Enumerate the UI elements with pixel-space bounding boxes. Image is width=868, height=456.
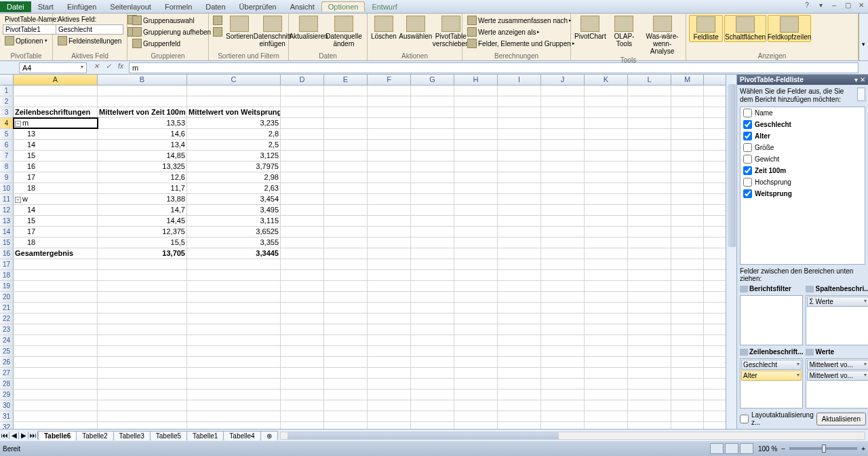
cell[interactable] — [628, 162, 671, 172]
cell[interactable] — [498, 259, 541, 269]
column-header-H[interactable]: H — [454, 75, 498, 85]
cell[interactable] — [281, 151, 324, 161]
cell[interactable] — [14, 357, 98, 367]
cell[interactable] — [368, 324, 411, 335]
cell[interactable] — [498, 118, 541, 128]
page-break-view-button[interactable] — [740, 443, 753, 454]
cell[interactable] — [541, 259, 585, 269]
cell[interactable] — [585, 411, 628, 421]
cell[interactable] — [628, 248, 671, 259]
cell[interactable] — [671, 216, 704, 226]
cell[interactable] — [454, 129, 498, 139]
cell[interactable] — [628, 205, 671, 215]
column-header-F[interactable]: F — [368, 75, 411, 85]
cell[interactable] — [671, 107, 704, 117]
select-all-corner[interactable] — [0, 75, 14, 85]
cell[interactable] — [541, 335, 585, 345]
cell[interactable] — [585, 335, 628, 345]
cell[interactable] — [498, 96, 541, 107]
cell[interactable] — [187, 400, 281, 411]
cell[interactable] — [628, 86, 671, 96]
cell[interactable] — [411, 400, 454, 411]
column-header-D[interactable]: D — [281, 75, 324, 85]
cell[interactable]: 15 — [14, 216, 98, 226]
cell[interactable] — [98, 390, 187, 400]
cell[interactable] — [14, 303, 98, 313]
refresh-button[interactable]: Aktualisieren — [292, 15, 326, 41]
cell[interactable] — [281, 411, 324, 421]
field-größe[interactable]: Größe — [741, 142, 865, 153]
cell[interactable] — [628, 368, 671, 378]
cell[interactable] — [98, 86, 187, 96]
cell[interactable] — [324, 292, 368, 302]
row-pill-alter[interactable]: Alter▾ — [741, 370, 802, 381]
cell[interactable]: 2,5 — [187, 140, 281, 150]
cell[interactable] — [281, 292, 324, 302]
cell[interactable] — [628, 357, 671, 367]
cell[interactable] — [324, 248, 368, 259]
cell[interactable] — [411, 357, 454, 367]
cell[interactable] — [454, 259, 498, 269]
cell[interactable] — [324, 194, 368, 204]
name-box[interactable]: A4▾ — [19, 62, 87, 73]
cell[interactable] — [281, 194, 324, 204]
cell[interactable] — [585, 172, 628, 183]
cell[interactable] — [187, 96, 281, 107]
ungroup-button[interactable]: Gruppierung aufheben — [130, 26, 213, 37]
cell[interactable] — [281, 118, 324, 128]
cell[interactable] — [498, 292, 541, 302]
summarize-button[interactable]: Werte zusammenfassen nach▸ — [465, 15, 577, 26]
cell[interactable] — [671, 129, 704, 139]
worksheet-grid[interactable]: ABCDEFGHIJKLM 123Zeilenbeschriftungen▾Mi… — [0, 75, 726, 429]
cell[interactable] — [411, 205, 454, 215]
cell[interactable]: Mittelwert von Weitsprung — [187, 107, 281, 117]
cell[interactable] — [454, 357, 498, 367]
row-header[interactable]: 29 — [0, 390, 14, 400]
cell[interactable] — [368, 368, 411, 378]
cell[interactable]: 3,3445 — [187, 248, 281, 259]
pfl-field-list[interactable]: NameGeschlechtAlterGrößeGewichtZeit 100m… — [740, 107, 865, 265]
cell[interactable] — [541, 281, 585, 291]
cell[interactable] — [368, 379, 411, 389]
cell[interactable] — [541, 227, 585, 237]
cell[interactable] — [498, 270, 541, 280]
cell[interactable] — [585, 400, 628, 411]
cell[interactable] — [368, 270, 411, 280]
headers-toggle[interactable]: Feldkopfzeilen — [768, 15, 811, 42]
cell[interactable] — [541, 194, 585, 204]
tab-nav-prev[interactable]: ◀ — [9, 432, 19, 439]
row-header[interactable]: 26 — [0, 357, 14, 367]
cell[interactable] — [14, 270, 98, 280]
cell[interactable] — [628, 324, 671, 335]
cell[interactable] — [411, 281, 454, 291]
cell[interactable] — [324, 205, 368, 215]
help-icon[interactable]: ? — [802, 1, 812, 12]
cell[interactable] — [281, 96, 324, 107]
cell[interactable] — [324, 183, 368, 193]
cell[interactable] — [628, 314, 671, 324]
cell[interactable] — [585, 107, 628, 117]
tab-ansicht[interactable]: Ansicht — [283, 1, 321, 12]
cell[interactable] — [671, 259, 704, 269]
cell[interactable] — [411, 324, 454, 335]
enter-icon[interactable]: ✓ — [103, 62, 114, 73]
cell[interactable] — [628, 151, 671, 161]
fx-icon[interactable]: fx — [115, 62, 126, 73]
cell[interactable] — [541, 162, 585, 172]
cell[interactable] — [628, 411, 671, 421]
cell[interactable] — [454, 86, 498, 96]
cell[interactable] — [628, 270, 671, 280]
cell[interactable] — [498, 129, 541, 139]
cell[interactable] — [541, 140, 585, 150]
cell[interactable] — [498, 422, 541, 429]
cell[interactable]: 13,88 — [98, 194, 187, 204]
cell[interactable] — [541, 314, 585, 324]
cell[interactable] — [454, 292, 498, 302]
cell[interactable] — [324, 422, 368, 429]
cell[interactable] — [368, 422, 411, 429]
cell[interactable] — [411, 270, 454, 280]
row-header[interactable]: 7 — [0, 151, 14, 161]
pivotchart-button[interactable]: PivotChart — [574, 15, 607, 41]
cell[interactable] — [628, 194, 671, 204]
vertical-scrollbar[interactable] — [726, 75, 736, 429]
